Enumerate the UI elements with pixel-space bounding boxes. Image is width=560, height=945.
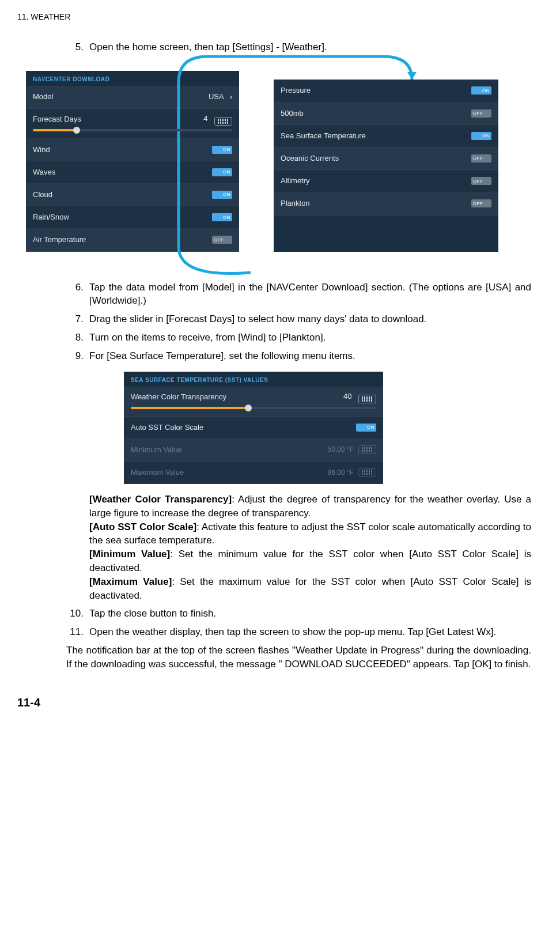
500mb-toggle[interactable]: OFF xyxy=(471,109,491,118)
sst-panel-header: SEA SURFACE TEMPERATURE (SST) VALUES xyxy=(124,372,383,387)
rain-row[interactable]: Rain/Snow ON xyxy=(26,206,239,229)
description-block: [Weather Color Transparency]: Adjust the… xyxy=(89,493,531,602)
forecast-slider[interactable] xyxy=(33,129,232,131)
cloud-row[interactable]: Cloud ON xyxy=(26,184,239,206)
cloud-toggle[interactable]: ON xyxy=(212,191,232,199)
autoscale-row[interactable]: Auto SST Color Scale ON xyxy=(124,417,383,439)
model-value: USA xyxy=(209,92,224,102)
step-number: 10. xyxy=(66,607,89,621)
transparency-label: Weather Color Transparency xyxy=(131,392,226,402)
keypad-icon[interactable] xyxy=(214,117,232,126)
plankton-label: Plankton xyxy=(281,198,471,209)
waves-row[interactable]: Waves ON xyxy=(26,161,239,184)
step-number: 5. xyxy=(66,40,89,54)
airtemp-row[interactable]: Air Temperature OFF xyxy=(26,229,239,251)
max-heading: [Maximum Value] xyxy=(89,576,172,587)
navcenter-panel: NAVCENTER DOWNLOAD Model USA › Forecast … xyxy=(26,71,239,251)
maxval-label: Maximum Value xyxy=(131,467,328,478)
min-heading: [Minimum Value] xyxy=(89,549,170,560)
step-number: 11. xyxy=(66,625,89,639)
minval-value: 50.00 °F xyxy=(328,445,354,455)
wind-label: Wind xyxy=(33,145,212,155)
waves-toggle[interactable]: ON xyxy=(212,168,232,176)
waves-label: Waves xyxy=(33,167,212,177)
sst-row[interactable]: Sea Surface Temperature ON xyxy=(274,125,498,148)
step-text: Open the weather display, then tap the s… xyxy=(89,625,531,639)
step-6: 6. Tap the data model from [Model] in th… xyxy=(66,281,531,308)
minval-row: Minimum Value 50.00 °F xyxy=(124,439,383,462)
step-text: Turn on the items to receive, from [Wind… xyxy=(89,331,531,345)
transparency-slider[interactable] xyxy=(131,407,376,409)
pressure-label: Pressure xyxy=(281,85,471,96)
step-text: For [Sea Surface Temperature], set the f… xyxy=(89,349,531,363)
sst-label: Sea Surface Temperature xyxy=(281,131,471,141)
altimetry-label: Altimetry xyxy=(281,176,471,186)
minval-label: Minimum Value xyxy=(131,445,328,455)
currents-toggle[interactable]: OFF xyxy=(471,154,491,162)
forecast-value: 4 xyxy=(203,114,207,123)
autoscale-label: Auto SST Color Scale xyxy=(131,422,356,433)
wct-heading: [Weather Color Transparency] xyxy=(89,494,232,505)
step-number: 8. xyxy=(66,331,89,345)
transparency-row: Weather Color Transparency 40 xyxy=(124,387,383,417)
navcenter-panel-right: Pressure ON 500mb OFF Sea Surface Temper… xyxy=(274,80,498,251)
closing-paragraph: The notification bar at the top of the s… xyxy=(66,644,531,671)
panel-header: NAVCENTER DOWNLOAD xyxy=(26,71,239,86)
500mb-label: 500mb xyxy=(281,108,471,119)
model-row[interactable]: Model USA › xyxy=(26,86,239,108)
step-10: 10. Tap the close button to finish. xyxy=(66,607,531,621)
cloud-label: Cloud xyxy=(33,190,212,200)
keypad-icon xyxy=(358,468,376,477)
pressure-row[interactable]: Pressure ON xyxy=(274,80,498,102)
currents-row[interactable]: Oceanic Currents OFF xyxy=(274,148,498,170)
forecast-label: Forecast Days xyxy=(33,114,81,124)
step-text: Tap the data model from [Model] in the [… xyxy=(89,281,531,308)
step-11: 11. Open the weather display, then tap t… xyxy=(66,625,531,639)
model-label: Model xyxy=(33,92,209,102)
forecast-days-row: Forecast Days 4 xyxy=(26,109,239,139)
step-9: 9. For [Sea Surface Temperature], set th… xyxy=(66,349,531,363)
rain-toggle[interactable]: ON xyxy=(212,213,232,221)
step-text: Open the home screen, then tap [Settings… xyxy=(89,40,531,54)
plankton-toggle[interactable]: OFF xyxy=(471,199,491,207)
keypad-icon[interactable] xyxy=(358,395,376,403)
svg-marker-0 xyxy=(407,72,417,80)
transparency-value: 40 xyxy=(343,392,351,400)
maxval-value: 86.00 °F xyxy=(328,468,354,478)
airtemp-toggle[interactable]: OFF xyxy=(212,236,232,244)
altimetry-toggle[interactable]: OFF xyxy=(471,177,491,185)
step-number: 6. xyxy=(66,281,89,308)
step-8: 8. Turn on the items to receive, from [W… xyxy=(66,331,531,345)
plankton-row[interactable]: Plankton OFF xyxy=(274,192,498,215)
chevron-right-icon: › xyxy=(230,92,232,102)
wind-toggle[interactable]: ON xyxy=(212,146,232,154)
500mb-row[interactable]: 500mb OFF xyxy=(274,103,498,125)
maxval-row: Maximum Value 86.00 °F xyxy=(124,462,383,484)
altimetry-row[interactable]: Altimetry OFF xyxy=(274,170,498,192)
page-header: 11. WEATHER xyxy=(17,12,543,23)
step-text: Tap the close button to finish. xyxy=(89,607,531,621)
auto-heading: [Auto SST Color Scale] xyxy=(89,521,196,532)
wind-row[interactable]: Wind ON xyxy=(26,139,239,161)
airtemp-label: Air Temperature xyxy=(33,235,212,245)
sst-panel: SEA SURFACE TEMPERATURE (SST) VALUES Wea… xyxy=(124,372,383,485)
step-number: 7. xyxy=(66,312,89,326)
sst-screenshot-figure: SEA SURFACE TEMPERATURE (SST) VALUES Wea… xyxy=(124,372,543,485)
step-7: 7. Drag the slider in [Forecast Days] to… xyxy=(66,312,531,326)
pressure-toggle[interactable]: ON xyxy=(471,86,491,94)
rain-label: Rain/Snow xyxy=(33,212,212,222)
page-number: 11-4 xyxy=(17,694,543,710)
step-5: 5. Open the home screen, then tap [Setti… xyxy=(66,40,531,54)
keypad-icon xyxy=(358,445,376,454)
currents-label: Oceanic Currents xyxy=(281,153,471,164)
screenshot-figure: NAVCENTER DOWNLOAD Model USA › Forecast … xyxy=(26,71,543,251)
step-text: Drag the slider in [Forecast Days] to se… xyxy=(89,312,531,326)
step-number: 9. xyxy=(66,349,89,363)
autoscale-toggle[interactable]: ON xyxy=(356,424,376,432)
sst-toggle[interactable]: ON xyxy=(471,132,491,140)
